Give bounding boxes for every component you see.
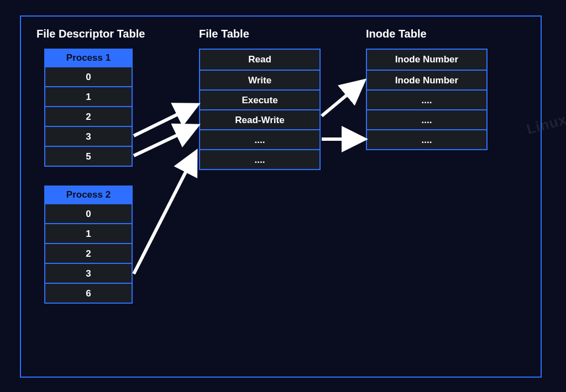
file-table: Read Write Execute Read-Write .... .... <box>199 49 321 170</box>
table-row: .... <box>200 129 319 149</box>
table-row: 1 <box>45 86 132 106</box>
table-row: 5 <box>45 146 132 166</box>
table-row: Inode Number <box>367 70 486 89</box>
table-row: 2 <box>45 106 132 126</box>
table-row: .... <box>367 129 486 149</box>
fd-table-header: Process 2 <box>45 187 132 203</box>
inode-table-title: Inode Table <box>366 28 427 40</box>
file-table-title: File Table <box>199 28 249 40</box>
table-row: 0 <box>45 66 132 86</box>
fd-table-header: Process 1 <box>45 50 132 66</box>
inode-table: Inode Number Inode Number .... .... .... <box>366 49 488 150</box>
table-row: 2 <box>45 243 132 263</box>
table-row: 6 <box>45 283 132 303</box>
fd-table-process-1: Process 1 0 1 2 3 5 <box>44 49 133 167</box>
table-row: Read-Write <box>200 109 319 129</box>
table-row: Write <box>200 70 319 89</box>
table-row: 3 <box>45 263 132 283</box>
table-row: 1 <box>45 223 132 243</box>
table-row: .... <box>367 89 486 109</box>
table-row: Execute <box>200 89 319 109</box>
table-row: 0 <box>45 203 132 223</box>
table-row: .... <box>200 149 319 169</box>
fd-table-title: File Descriptor Table <box>36 28 145 40</box>
table-row: Read <box>200 50 319 70</box>
table-row: Inode Number <box>367 50 486 70</box>
table-row: 3 <box>45 126 132 146</box>
table-row: .... <box>367 109 486 129</box>
fd-table-process-2: Process 2 0 1 2 3 6 <box>44 186 133 304</box>
